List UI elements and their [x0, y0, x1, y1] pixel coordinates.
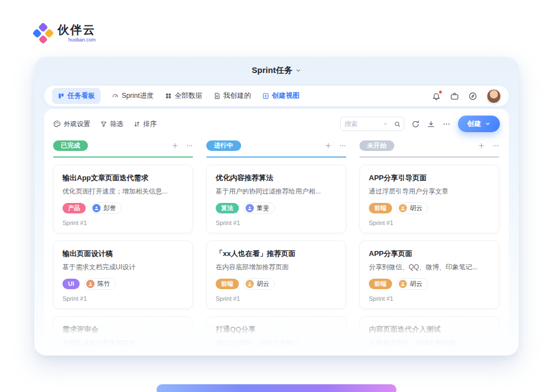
- add-card-button[interactable]: [478, 142, 485, 149]
- notifications-button[interactable]: [432, 92, 441, 101]
- task-card[interactable]: 需求评审会 与团队成员对齐本期需求 产品 彭誉: [53, 316, 193, 352]
- assignee-name: 董斐: [257, 204, 269, 212]
- tab-all-data[interactable]: 全部数据: [165, 91, 202, 101]
- create-button[interactable]: 创建: [458, 116, 500, 132]
- sort-label: 排序: [143, 119, 156, 129]
- document-icon: [213, 92, 221, 100]
- avatar: [86, 280, 95, 288]
- sort-button[interactable]: 排序: [133, 119, 156, 129]
- kanban-board: 已完成 输出App文章页面迭代需求 优化页面打开速度；增加相关信息... 产品: [53, 140, 500, 352]
- tab-created-by-me[interactable]: 我创建的: [213, 91, 251, 101]
- create-button-label: 创建: [467, 119, 481, 129]
- tab-label: Sprint进度: [122, 91, 154, 101]
- sprint-label: Sprint #1: [369, 219, 490, 227]
- task-card[interactable]: 输出页面设计稿 基于需求文档完成UI设计 UI 陈竹 Sprint #1: [53, 241, 193, 309]
- tag-badge: 算法: [216, 203, 239, 213]
- plus-icon: [325, 142, 332, 149]
- column-more-button[interactable]: [492, 142, 499, 149]
- add-card-button[interactable]: [171, 142, 179, 149]
- card-description: 基于用户的协同过滤推荐给用户相...: [216, 187, 337, 196]
- sprint-label: Sprint #1: [62, 295, 184, 303]
- task-card[interactable]: 「xx人也在看」推荐页面 在内容底部增加推荐页面 前端 胡云 Sprint #1: [206, 241, 346, 309]
- sprint-label: Sprint #1: [216, 219, 337, 227]
- assignee-chip: 陈竹: [84, 278, 116, 290]
- refresh-button[interactable]: [411, 120, 420, 128]
- toolbar-right-group: 创建: [340, 116, 500, 132]
- avatar: [92, 204, 101, 212]
- tab-create-view[interactable]: 创建视图: [262, 91, 300, 101]
- tabbar-actions: [432, 89, 501, 103]
- tab-sprint-progress[interactable]: Sprint进度: [112, 91, 154, 101]
- chevron-down-icon: [295, 67, 301, 74]
- card-title: 内容页面迭代介入测试: [369, 325, 490, 334]
- tab-label: 任务看板: [67, 91, 95, 101]
- download-icon: [427, 120, 435, 128]
- funnel-icon: [100, 121, 107, 128]
- filter-label: 筛选: [110, 119, 123, 129]
- card-description: 通过浮层引导用户分享文章: [369, 187, 490, 196]
- tab-task-board[interactable]: 任务看板: [52, 88, 101, 104]
- assignee-name: 胡云: [410, 204, 422, 212]
- card-title: 打通QQ分享: [216, 325, 337, 334]
- column-underline: [206, 156, 346, 158]
- tag-badge: 产品: [62, 203, 86, 213]
- add-card-button[interactable]: [325, 142, 332, 149]
- assignee-name: 胡云: [257, 280, 269, 288]
- compass-icon: [468, 92, 477, 101]
- card-title: 需求评审会: [62, 325, 184, 334]
- view-title: Sprint任务: [252, 65, 292, 76]
- card-title: APP分享引导页面: [369, 173, 490, 183]
- chevron-down-icon: [485, 121, 491, 127]
- search-scope-chevron-icon[interactable]: [383, 121, 388, 127]
- column-more-button[interactable]: [186, 142, 193, 149]
- card-title: APP分享页面: [369, 249, 490, 259]
- workspace-box-button[interactable]: [450, 92, 459, 101]
- ellipsis-icon: [339, 142, 346, 149]
- assignee-chip: 胡云: [397, 278, 428, 290]
- column-underline: [359, 156, 499, 158]
- filter-button[interactable]: 筛选: [100, 119, 123, 129]
- more-options-button[interactable]: [442, 120, 451, 128]
- assignee-chip: 董斐: [243, 202, 275, 214]
- tag-badge: 前端: [369, 203, 392, 213]
- tag-badge: 前端: [369, 279, 392, 289]
- notification-dot: [439, 91, 442, 93]
- assignee-name: 胡云: [410, 280, 422, 288]
- view-title-row[interactable]: Sprint任务: [34, 65, 519, 76]
- view-tabbar: 任务看板 Sprint进度 全部数据 我创建的 创建视图: [44, 86, 509, 106]
- task-card[interactable]: APP分享页面 分享到微信、QQ、微博、印象笔记... 前端 胡云 Sprint…: [359, 241, 499, 309]
- plus-icon: [171, 142, 179, 149]
- ellipsis-icon: [442, 120, 451, 128]
- card-description: 优化页面打开速度；增加相关信息...: [62, 187, 184, 196]
- user-avatar[interactable]: [487, 89, 501, 103]
- ellipsis-icon: [186, 142, 193, 149]
- task-card[interactable]: 内容页面迭代介入测试 安装测试用例，测试本期功能 测试 段炎: [359, 316, 499, 352]
- board-toolbar: 外观设置 筛选 排序: [53, 116, 500, 132]
- sprint-label: Sprint #1: [62, 219, 184, 227]
- search-input[interactable]: [345, 120, 380, 128]
- plus-icon: [478, 142, 485, 149]
- avatar: [399, 204, 407, 212]
- board-content-panel: 外观设置 筛选 排序: [44, 109, 509, 352]
- kanban-column-in-progress: 进行中 优化内容推荐算法 基于用户的协同过滤推荐给用户相... 算法: [206, 140, 346, 352]
- task-card[interactable]: APP分享引导页面 通过浮层引导用户分享文章 前端 胡云 Sprint #1: [359, 165, 499, 233]
- brand-name: 伙伴云: [58, 23, 96, 36]
- avatar: [399, 280, 407, 288]
- task-card[interactable]: 打通QQ分享 通过QQSDK，调用分享接口 后端 吴康年: [206, 316, 346, 352]
- task-card[interactable]: 输出App文章页面迭代需求 优化页面打开速度；增加相关信息... 产品 彭誉 S…: [53, 165, 193, 233]
- column-more-button[interactable]: [339, 142, 346, 149]
- briefcase-icon: [450, 92, 459, 101]
- appearance-settings-button[interactable]: 外观设置: [53, 119, 90, 129]
- assignee-name: 彭誉: [103, 204, 116, 212]
- search-box[interactable]: [340, 117, 404, 131]
- task-card[interactable]: 优化内容推荐算法 基于用户的协同过滤推荐给用户相... 算法 董斐 Sprint…: [206, 165, 346, 233]
- sync-icon: [411, 120, 420, 128]
- download-button[interactable]: [427, 120, 435, 128]
- bottom-gradient-decoration: [156, 384, 397, 392]
- progress-gauge-icon: [112, 92, 119, 100]
- avatar: [246, 204, 254, 212]
- card-description: 在内容底部增加推荐页面: [216, 263, 337, 272]
- card-description: 安装测试用例，测试本期功能: [369, 338, 490, 348]
- help-compass-button[interactable]: [468, 92, 477, 101]
- search-icon[interactable]: [394, 121, 401, 128]
